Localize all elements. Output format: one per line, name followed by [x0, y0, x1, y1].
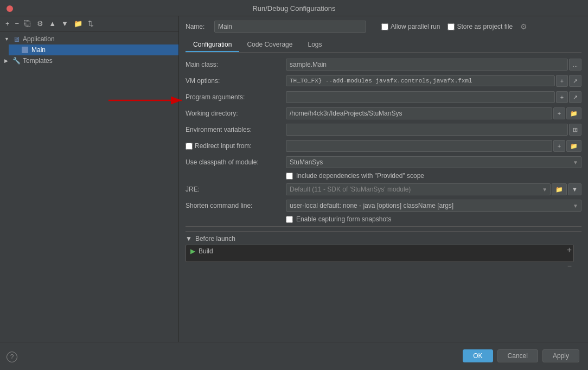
tab-configuration[interactable]: Configuration: [186, 38, 239, 52]
apply-button[interactable]: Apply: [542, 349, 579, 362]
config-tree: ▼ 🖥 Application Main: [0, 31, 178, 342]
include-deps-checkbox[interactable]: [286, 173, 293, 180]
ok-button[interactable]: OK: [463, 349, 493, 362]
build-row: ▶ Build: [186, 245, 573, 257]
gear-button[interactable]: ⚙: [520, 22, 527, 31]
env-vars-label: Environment variables:: [186, 126, 286, 133]
main-config-label: Main: [31, 46, 46, 54]
classpath-select[interactable]: StuManSys: [286, 156, 581, 168]
cancel-button[interactable]: Cancel: [497, 349, 538, 362]
main-layout: + − ⿻ ⚙ ▲ ▼ 📁 ⇅ ▼ 🖥 Application: [0, 16, 588, 342]
redirect-expand-button[interactable]: +: [553, 140, 565, 152]
program-args-label: Program arguments:: [186, 93, 286, 101]
templates-group: ▶ 🔧 Templates: [0, 55, 178, 66]
jre-browse-button[interactable]: 📁: [552, 183, 567, 195]
build-label: Build: [199, 247, 213, 255]
redirect-label: Redirect input from:: [195, 142, 252, 150]
main-config-item[interactable]: Main: [9, 44, 178, 55]
jre-wrap: Default (11 - SDK of 'StuManSys' module)…: [286, 183, 581, 195]
templates-arrow: ▶: [4, 58, 10, 63]
vm-options-arrow-button[interactable]: ↗: [569, 75, 581, 87]
help-button[interactable]: ?: [7, 352, 17, 362]
form-area: Main class: ... VM options: + ↗ Program …: [186, 58, 581, 342]
store-project-checkbox[interactable]: [448, 23, 455, 30]
dialog-title: Run/Debug Configurations: [252, 4, 335, 12]
redirect-input[interactable]: [286, 140, 552, 152]
name-input[interactable]: [214, 21, 366, 33]
before-launch-arrow: ▼: [186, 235, 192, 243]
move-down-button[interactable]: ▼: [59, 18, 71, 29]
include-deps-label: Include dependencies with "Provided" sco…: [296, 172, 424, 180]
remove-config-button[interactable]: −: [13, 18, 22, 29]
working-dir-expand-button[interactable]: +: [553, 107, 565, 119]
settings-config-button[interactable]: ⚙: [35, 18, 46, 29]
templates-group-header[interactable]: ▶ 🔧 Templates: [0, 55, 178, 66]
vm-options-wrap: + ↗: [286, 75, 581, 87]
main-class-browse-button[interactable]: ...: [569, 59, 581, 71]
redirect-browse-button[interactable]: 📁: [566, 140, 581, 152]
sort-button[interactable]: ⇅: [86, 18, 96, 29]
traffic-light-red[interactable]: [7, 5, 13, 12]
before-launch-header[interactable]: ▼ Before launch: [186, 235, 581, 243]
copy-config-button[interactable]: ⿻: [22, 18, 34, 29]
tabs-bar: Configuration Code Coverage Logs: [186, 38, 581, 53]
working-dir-input[interactable]: [286, 107, 552, 119]
before-launch-content: ▶ Build: [186, 245, 574, 262]
redirect-checkbox[interactable]: [186, 143, 193, 150]
working-dir-wrap: + 📁: [286, 107, 581, 119]
vm-options-label: VM options:: [186, 77, 286, 85]
env-vars-input[interactable]: [286, 124, 568, 136]
shorten-select[interactable]: user-local default: none - java [options…: [286, 200, 581, 212]
before-launch-add-button[interactable]: +: [565, 245, 574, 256]
shorten-label: Shorten command line:: [186, 202, 286, 209]
working-dir-row: Working directory: + 📁: [186, 107, 581, 120]
expand-arrow: ▼: [4, 36, 10, 42]
toolbar: + − ⿻ ⚙ ▲ ▼ 📁 ⇅: [0, 16, 178, 31]
application-group-label: Application: [23, 35, 55, 43]
application-group-header[interactable]: ▼ 🖥 Application: [0, 34, 178, 44]
before-launch-section: ▼ Before launch ▶ Build + −: [186, 231, 581, 270]
env-vars-edit-button[interactable]: ⊞: [569, 124, 581, 136]
classpath-row: Use classpath of module: StuManSys ▼: [186, 156, 581, 169]
jre-label: JRE:: [186, 186, 286, 193]
templates-icon: 🔧: [12, 56, 21, 65]
redirect-row: Redirect input from: + 📁: [186, 139, 581, 152]
main-config-icon: [21, 46, 29, 54]
snapshots-checkbox[interactable]: [286, 216, 293, 223]
application-group-icon: 🖥: [12, 35, 21, 43]
main-class-label: Main class:: [186, 61, 286, 68]
move-to-folder-button[interactable]: 📁: [72, 18, 85, 29]
snapshots-row: Enable capturing form snapshots: [186, 215, 581, 223]
before-launch-remove-button[interactable]: −: [186, 262, 574, 270]
program-args-arrow-button[interactable]: ↗: [569, 91, 581, 103]
allow-parallel-checkbox[interactable]: [381, 23, 388, 30]
name-row: Name: Allow parallel run Store as projec…: [186, 21, 581, 33]
jre-select[interactable]: Default (11 - SDK of 'StuManSys' module): [286, 183, 551, 195]
tab-logs[interactable]: Logs: [300, 38, 329, 52]
add-config-button[interactable]: +: [3, 18, 12, 29]
vm-options-expand-button[interactable]: +: [556, 75, 568, 87]
section-divider: [186, 226, 581, 227]
tab-code-coverage[interactable]: Code Coverage: [239, 38, 300, 52]
shorten-select-wrap: user-local default: none - java [options…: [286, 200, 581, 212]
allow-parallel-label[interactable]: Allow parallel run: [381, 23, 440, 30]
snapshots-label: Enable capturing form snapshots: [296, 215, 391, 223]
main-class-input[interactable]: [286, 59, 568, 71]
working-dir-label: Working directory:: [186, 110, 286, 117]
classpath-select-wrap: StuManSys ▼: [286, 156, 581, 168]
name-label: Name:: [186, 23, 210, 30]
program-args-expand-button[interactable]: +: [556, 91, 568, 103]
working-dir-browse-button[interactable]: 📁: [566, 107, 581, 119]
move-up-button[interactable]: ▲: [47, 18, 58, 29]
right-panel: Name: Allow parallel run Store as projec…: [179, 16, 588, 342]
store-project-label[interactable]: Store as project file: [448, 23, 513, 30]
vm-options-input[interactable]: [286, 75, 555, 86]
left-panel: + − ⿻ ⚙ ▲ ▼ 📁 ⇅ ▼ 🖥 Application: [0, 16, 179, 342]
jre-dropdown-button[interactable]: ▼: [568, 183, 581, 195]
before-launch-label: Before launch: [195, 235, 235, 243]
program-args-row: Program arguments: + ↗: [186, 91, 581, 104]
classpath-label: Use classpath of module:: [186, 158, 286, 166]
jre-select-wrap: Default (11 - SDK of 'StuManSys' module)…: [286, 183, 551, 195]
program-args-input[interactable]: [286, 91, 555, 103]
program-args-wrap: + ↗: [286, 91, 581, 103]
